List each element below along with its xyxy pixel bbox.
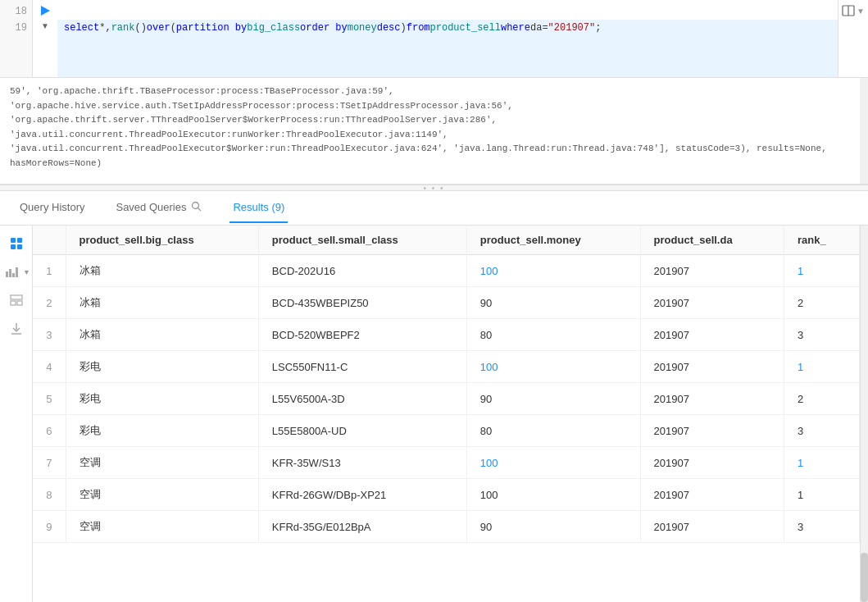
table-row[interactable]: 3冰箱BCD-520WBEPF2802019073 [33,319,860,351]
cell-money: 80 [466,319,640,351]
cell-small-class: L55V6500A-3D [258,383,466,415]
cell-da: 201907 [640,255,784,287]
svg-rect-13 [11,295,22,299]
svg-line-4 [198,208,202,211]
play-icon [39,5,51,16]
col-header-money[interactable]: product_sell.money [466,226,640,255]
table-header-row: product_sell.big_class product_sell.smal… [33,226,860,255]
cell-da: 201907 [640,479,784,511]
table-row[interactable]: 7空调KFR-35W/S131002019071 [33,447,860,479]
svg-rect-10 [9,269,11,277]
cell-big-class: 空调 [66,479,258,511]
tab-saved-queries[interactable]: Saved Queries [112,193,205,224]
cell-da: 201907 [640,351,784,383]
tab-query-history-label: Query History [20,201,84,213]
cell-big-class: 冰箱 [66,287,258,319]
table-row[interactable]: 4彩电LSC550FN11-C1002019071 [33,351,860,383]
cell-big-class: 冰箱 [66,319,258,351]
cell-money: 90 [466,287,640,319]
kw-table: product_sell [430,20,501,36]
cell-rank: 3 [784,319,859,351]
svg-rect-6 [17,238,22,243]
cell-idx: 1 [33,255,66,287]
editor-area: 18 19 ▼ select *, rank() over (partition… [0,0,868,78]
table-body: 1冰箱BCD-202U1610020190712冰箱BCD-435WBEPIZ5… [33,255,860,543]
kw-over: over [147,20,170,36]
book-button[interactable]: ▼ [842,5,865,16]
col-header-idx [33,226,66,255]
cell-small-class: LSC550FN11-C [258,351,466,383]
line-number-18: 18 [0,3,27,20]
tab-results[interactable]: Results (9) [229,193,288,223]
cell-small-class: BCD-435WBEPIZ50 [258,287,466,319]
output-text: 59', 'org.apache.thrift.TBaseProcessor:p… [10,86,827,168]
svg-rect-14 [11,301,16,305]
tab-query-history[interactable]: Query History [16,193,88,223]
output-area: 59', 'org.apache.thrift.TBaseProcessor:p… [0,78,868,185]
chart-button[interactable] [2,263,21,281]
cell-idx: 7 [33,447,66,479]
svg-rect-12 [16,267,18,277]
cell-small-class: KFRd-35G/E012BpA [258,511,466,543]
run-btn-area: ▼ [33,0,57,77]
chart-dropdown-arrow[interactable]: ▼ [23,268,30,276]
cell-rank: 2 [784,287,859,319]
kw-where: where [501,20,530,36]
cell-money: 90 [466,383,640,415]
table-row[interactable]: 5彩电L55V6500A-3D902019072 [33,383,860,415]
left-toolbar: ▼ [0,226,33,602]
cell-da: 201907 [640,287,784,319]
table-row[interactable]: 1冰箱BCD-202U161002019071 [33,255,860,287]
table-row[interactable]: 9空调KFRd-35G/E012BpA902019073 [33,511,860,543]
download-button[interactable] [7,319,25,339]
col-header-da[interactable]: product_sell.da [640,226,784,255]
layout-button[interactable] [7,291,26,309]
cell-big-class: 空调 [66,511,258,543]
right-scrollbar[interactable] [860,226,868,602]
cell-big-class: 彩电 [66,351,258,383]
main-content: ▼ product_sell.big_class produc [0,226,868,602]
scrollbar-thumb[interactable] [861,553,868,602]
cell-idx: 5 [33,383,66,415]
table-row[interactable]: 8空调KFRd-26GW/DBp-XP211002019071 [33,479,860,511]
cell-small-class: BCD-202U16 [258,255,466,287]
kw-money: money [348,20,377,36]
cell-da: 201907 [640,447,784,479]
layout-icon [10,294,23,306]
kw-date: "201907" [548,20,596,36]
resize-dots: • • • [423,184,444,193]
code-line-19[interactable]: select *, rank() over (partition by big_… [57,20,838,77]
results-table-container[interactable]: product_sell.big_class product_sell.smal… [33,226,860,602]
cell-da: 201907 [640,415,784,447]
cell-rank: 1 [784,447,859,479]
chart-icon [5,267,18,278]
output-scrollbar[interactable] [860,78,868,184]
cell-big-class: 彩电 [66,383,258,415]
chart-btn-group: ▼ [2,263,30,281]
svg-rect-11 [12,273,15,277]
download-icon [11,322,22,335]
svg-rect-5 [11,238,16,243]
run-button[interactable] [38,3,52,18]
svg-rect-7 [11,244,16,249]
run-dropdown-button[interactable]: ▼ [41,21,49,30]
cell-idx: 3 [33,319,66,351]
table-row[interactable]: 6彩电L55E5800A-UD802019073 [33,415,860,447]
col-header-small-class[interactable]: product_sell.small_class [258,226,466,255]
cell-idx: 4 [33,351,66,383]
table-row[interactable]: 2冰箱BCD-435WBEPIZ50902019072 [33,287,860,319]
cell-idx: 9 [33,511,66,543]
cell-small-class: KFRd-26GW/DBp-XP21 [258,479,466,511]
tabs-bar: Query History Saved Queries Results (9) [0,191,868,226]
svg-rect-8 [17,244,22,249]
grid-view-button[interactable] [7,234,26,253]
col-header-big-class[interactable]: product_sell.big_class [66,226,258,255]
col-header-rank[interactable]: rank_ [784,226,859,255]
kw-select: select [64,20,99,36]
results-table: product_sell.big_class product_sell.smal… [33,226,860,543]
svg-rect-15 [17,301,22,305]
cell-big-class: 冰箱 [66,255,258,287]
search-icon[interactable] [191,201,202,214]
cell-idx: 8 [33,479,66,511]
resize-handle[interactable]: • • • [0,185,868,191]
